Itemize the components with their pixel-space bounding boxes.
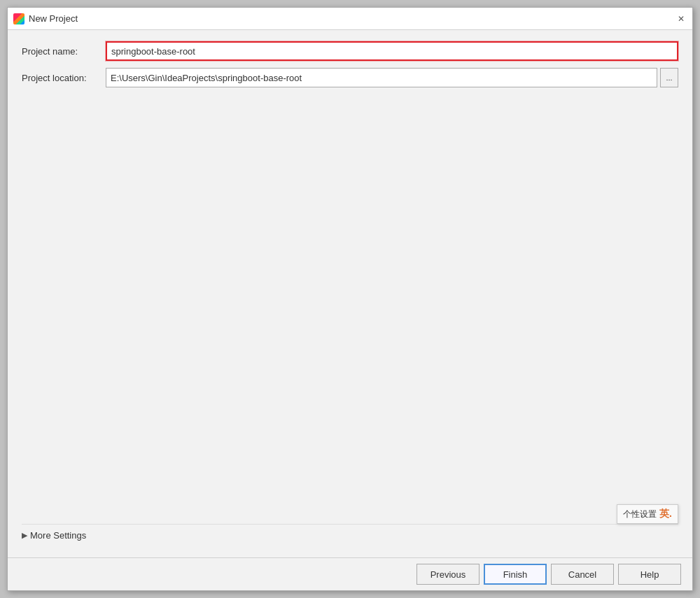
dialog-footer: Previous Finish Cancel Help <box>8 557 692 590</box>
project-name-input[interactable] <box>106 41 678 61</box>
help-button[interactable]: Help <box>618 564 681 585</box>
browse-button[interactable]: ... <box>660 68 678 87</box>
notification-text: 个性设置 <box>623 508 657 520</box>
close-button[interactable]: ✕ <box>676 13 687 24</box>
cancel-button[interactable]: Cancel <box>551 564 614 585</box>
dialog-title: New Project <box>29 13 78 24</box>
project-name-row: Project name: <box>22 41 678 61</box>
more-settings-arrow-icon: ▶ <box>22 531 27 540</box>
title-bar-left: New Project <box>13 13 78 24</box>
overlay-area: 个性设置 英. <box>22 482 678 524</box>
content-area <box>22 94 678 482</box>
project-location-row: Project location: ... <box>22 68 678 87</box>
project-name-label: Project name: <box>22 46 106 57</box>
new-project-dialog: New Project ✕ Project name: Project loca… <box>7 7 693 591</box>
finish-button[interactable]: Finish <box>484 564 547 585</box>
project-location-input[interactable] <box>106 68 657 87</box>
notification-sub: 英. <box>659 508 672 520</box>
notification-popup: 个性设置 英. <box>617 504 678 524</box>
project-location-input-wrapper: ... <box>106 68 678 87</box>
project-name-input-wrapper <box>106 41 678 61</box>
project-location-label: Project location: <box>22 73 106 83</box>
title-bar: New Project ✕ <box>8 8 692 30</box>
previous-button[interactable]: Previous <box>416 564 479 585</box>
more-settings-row[interactable]: ▶ More Settings <box>22 524 678 546</box>
idea-icon <box>13 13 24 24</box>
more-settings-label: More Settings <box>30 530 86 541</box>
dialog-body: Project name: Project location: ... 个性设置… <box>8 30 692 557</box>
title-bar-controls: ✕ <box>676 13 687 24</box>
